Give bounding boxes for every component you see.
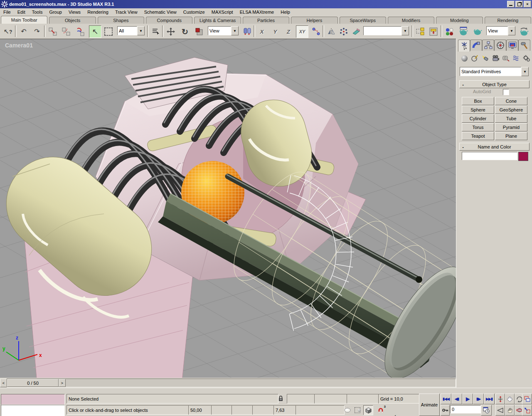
object-color-swatch[interactable] (518, 152, 528, 161)
category-cameras-button[interactable] (491, 54, 500, 63)
menu-rendering[interactable]: Rendering (84, 9, 112, 15)
field-of-view-button[interactable] (495, 405, 505, 416)
camera-viewport[interactable]: Camera01 z y x (0, 39, 456, 378)
restore-button[interactable] (515, 1, 523, 7)
key-mode-toggle-button[interactable] (441, 405, 450, 416)
menu-file[interactable]: File (0, 9, 14, 15)
reference-coordinate-system-dropdown[interactable]: View ▼ (208, 26, 239, 35)
menu-customize[interactable]: Customize (180, 9, 208, 15)
snap-toggle-3d-button[interactable] (363, 405, 373, 415)
render-last-button[interactable] (518, 25, 530, 38)
help-mode-button[interactable]: ↖? (2, 25, 14, 38)
zoom-extents-button[interactable] (505, 394, 515, 404)
tab-helpers[interactable]: Helpers (291, 17, 337, 24)
use-pivot-point-center-button[interactable] (241, 25, 254, 38)
select-and-move-button[interactable] (165, 25, 177, 38)
restrict-xy-plane-button[interactable]: XY (296, 25, 308, 38)
geosphere-button[interactable]: GeoSphere (495, 106, 527, 114)
category-spacewarps-button[interactable] (512, 54, 521, 63)
min-max-toggle-button[interactable] (522, 394, 532, 404)
name-color-rollout-header[interactable]: - Name and Color (459, 143, 530, 151)
autogrid-checkbox[interactable] (503, 89, 509, 95)
minimize-button[interactable] (507, 1, 515, 7)
selection-lock-toggle[interactable] (276, 394, 286, 404)
tab-modifiers[interactable]: Modifiers (388, 17, 434, 24)
current-frame-input[interactable] (450, 405, 481, 414)
box-button[interactable]: Box (462, 97, 494, 105)
material-editor-button[interactable] (443, 25, 456, 38)
menu-track-view[interactable]: Track View (112, 9, 141, 15)
redo-button[interactable]: ↷ (31, 25, 43, 38)
teapot-button[interactable]: Teapot (462, 132, 494, 140)
category-lights-button[interactable] (480, 54, 490, 63)
align-button[interactable] (350, 25, 362, 38)
tab-utilities[interactable] (518, 40, 530, 51)
degradation-override-button[interactable] (342, 405, 352, 415)
open-schematic-view-button[interactable] (427, 25, 440, 38)
cylinder-button[interactable]: Cylinder (462, 114, 494, 123)
cone-button[interactable]: Cone (495, 97, 527, 105)
category-shapes-button[interactable] (470, 54, 479, 63)
select-and-scale-button[interactable] (193, 25, 205, 38)
close-button[interactable]: × (524, 1, 531, 7)
select-by-name-button[interactable] (150, 25, 162, 38)
menu-help[interactable]: Help (277, 9, 293, 15)
restrict-z-button[interactable]: Z (283, 25, 294, 38)
select-and-rotate-button[interactable]: ↻ (179, 25, 191, 38)
tab-objects[interactable]: Objects (49, 17, 96, 24)
undo-button[interactable]: ↶ (17, 25, 30, 38)
previous-frame-button[interactable]: ◀▮ (451, 394, 462, 404)
tab-shapes[interactable]: Shapes (98, 17, 144, 24)
ik-toggle-button[interactable] (310, 25, 323, 38)
object-type-rollout-header[interactable]: - Object Type (459, 80, 530, 88)
menu-maxscript[interactable]: MAXScript (208, 9, 236, 15)
render-type-dropdown[interactable]: View ▼ (486, 26, 515, 35)
time-configuration-button[interactable] (481, 405, 492, 416)
array-button[interactable] (337, 25, 350, 38)
tab-rendering[interactable]: Rendering (485, 17, 531, 24)
mini-listener-pane[interactable] (1, 405, 65, 416)
mirror-button[interactable] (325, 25, 337, 38)
tab-modeling[interactable]: Modeling (436, 17, 483, 24)
menu-tools[interactable]: Tools (29, 9, 46, 15)
time-slider-handle[interactable]: 0 / 50 (7, 379, 59, 387)
primitive-category-dropdown[interactable]: Standard Primitives ▼ (460, 67, 529, 76)
tab-hierarchy[interactable] (482, 40, 494, 51)
tab-create[interactable] (458, 40, 470, 52)
tab-display[interactable] (506, 40, 518, 51)
time-slider-track[interactable]: 0 / 50 > (7, 379, 456, 387)
next-frame-arrow[interactable]: > (59, 379, 66, 387)
selection-filter-dropdown[interactable]: All ▼ (117, 26, 145, 35)
category-helpers-button[interactable] (501, 54, 510, 63)
restrict-x-button[interactable]: X (256, 25, 268, 38)
tab-lights-cameras[interactable]: Lights & Cameras (194, 17, 241, 24)
tab-compounds[interactable]: Compounds (146, 17, 192, 24)
select-object-button[interactable]: ↖ (89, 25, 101, 38)
next-frame-button[interactable]: ▮▶ (473, 394, 484, 404)
tab-motion[interactable] (494, 40, 506, 51)
tab-main-toolbar[interactable]: Main Toolbar (1, 16, 47, 24)
tab-particles[interactable]: Particles (243, 17, 289, 24)
category-systems-button[interactable] (522, 54, 531, 63)
menu-edit[interactable]: Edit (14, 9, 29, 15)
category-geometry-button[interactable] (460, 54, 469, 63)
menu-views[interactable]: Views (65, 9, 84, 15)
tab-spacewarps[interactable]: SpaceWarps (340, 17, 386, 24)
unlink-selection-button[interactable] (60, 25, 72, 38)
animate-button[interactable]: Animate (419, 394, 440, 416)
title-bar[interactable]: demo01_screenshots.max - 3D Studio MAX R… (0, 0, 532, 8)
pan-button[interactable] (505, 405, 515, 416)
zoom-button[interactable] (495, 394, 505, 404)
plane-button[interactable]: Plane (495, 132, 527, 140)
quick-render-button[interactable] (471, 25, 484, 38)
sphere-button[interactable]: Sphere (462, 106, 494, 114)
snap-3d-magnet-button[interactable]: 3 (376, 405, 386, 415)
go-to-start-button[interactable]: ▮◀◀ (441, 394, 451, 404)
go-to-end-button[interactable]: ▶▶▮ (484, 394, 495, 404)
macro-recorder-pane[interactable] (1, 394, 65, 405)
tab-modify[interactable] (470, 40, 482, 51)
menu-group[interactable]: Group (46, 9, 65, 15)
rectangular-selection-region-button[interactable] (102, 25, 115, 38)
pyramid-button[interactable]: Pyramid (495, 123, 527, 131)
selection-region-button[interactable] (352, 405, 362, 415)
